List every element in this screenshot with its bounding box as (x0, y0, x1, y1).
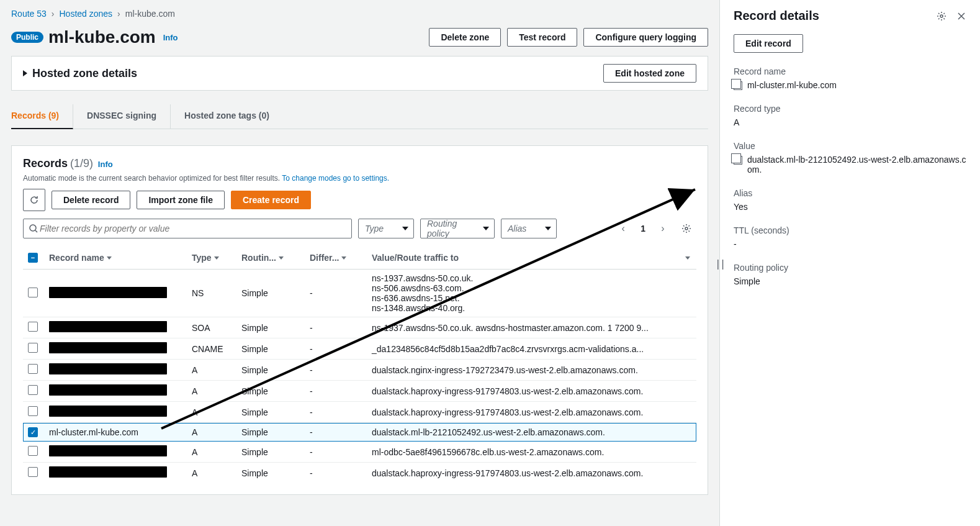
col-type[interactable]: Type (192, 253, 212, 263)
row-checkbox[interactable]: ✓ (28, 427, 38, 437)
alias-value: Yes (734, 202, 748, 212)
record-type-cell: NS (187, 270, 236, 317)
routing-policy-label: Routing policy (734, 263, 966, 273)
row-checkbox[interactable] (28, 364, 38, 374)
chevron-down-icon (402, 227, 408, 230)
table-row[interactable]: ASimple-dualstack.haproxy-ingress-917974… (23, 381, 696, 402)
filter-records-input[interactable] (38, 223, 346, 234)
col-differ[interactable]: Differ... (310, 253, 339, 263)
public-badge: Public (11, 32, 43, 43)
record-value-line: ns-636.awsdns-15.net. (372, 293, 673, 303)
record-diff-cell: - (305, 402, 367, 423)
col-routing[interactable]: Routin... (241, 253, 276, 263)
chevron-right-icon: › (117, 9, 120, 19)
routing-policy-value: Simple (734, 276, 760, 286)
redacted-record-name (49, 321, 167, 332)
record-name-cell: ml-cluster.ml-kube.com (49, 427, 138, 437)
record-value-line: ns-1937.awsdns-50.co.uk. (372, 273, 673, 283)
info-link[interactable]: Info (163, 33, 178, 42)
redacted-record-name (49, 363, 167, 374)
refresh-button[interactable] (23, 189, 45, 211)
record-type-cell: A (187, 381, 236, 402)
breadcrumb-zones[interactable]: Hosted zones (60, 9, 113, 19)
tab-tags[interactable]: Hosted zone tags (0) (184, 104, 283, 129)
row-checkbox[interactable] (28, 343, 38, 353)
record-diff-cell: - (305, 423, 367, 442)
table-row[interactable]: CNAMESimple-_da1234856c84cf5d8b15aa2dfb7… (23, 338, 696, 360)
row-checkbox[interactable] (28, 322, 38, 332)
row-checkbox[interactable] (28, 406, 38, 416)
ttl-value: - (734, 239, 737, 249)
table-row[interactable]: SOASimple-ns-1937.awsdns-50.co.uk. awsdn… (23, 317, 696, 338)
col-record-name[interactable]: Record name (49, 253, 104, 263)
create-record-button[interactable]: Create record (231, 191, 311, 209)
tabs: Records (9) DNSSEC signing Hosted zone t… (11, 104, 708, 129)
type-filter[interactable]: Type (358, 219, 414, 238)
copy-icon[interactable] (734, 81, 742, 90)
records-info-link[interactable]: Info (98, 160, 113, 169)
import-zone-file-button[interactable]: Import zone file (137, 191, 224, 209)
redacted-record-name (49, 342, 167, 353)
configure-logging-button[interactable]: Configure query logging (583, 28, 708, 47)
table-row[interactable]: NSSimple-ns-1937.awsdns-50.co.uk.ns-506.… (23, 270, 696, 317)
gear-icon[interactable] (937, 11, 946, 21)
select-all-checkbox[interactable]: − (28, 253, 38, 263)
col-value[interactable]: Value/Route traffic to (372, 253, 459, 263)
record-routing-cell: Simple (236, 317, 305, 338)
delete-record-button[interactable]: Delete record (52, 191, 130, 209)
row-checkbox[interactable] (28, 385, 38, 395)
record-diff-cell: - (305, 381, 367, 402)
breadcrumb-current: ml-kube.com (125, 9, 175, 19)
copy-icon[interactable] (734, 156, 742, 165)
table-row[interactable]: ASimple-ml-odbc-5ae8f4961596678c.elb.us-… (23, 442, 696, 463)
record-routing-cell: Simple (236, 270, 305, 317)
test-record-button[interactable]: Test record (507, 28, 577, 47)
record-diff-cell: - (305, 442, 367, 463)
filter-records-input-wrap[interactable] (23, 219, 352, 238)
tab-records[interactable]: Records (9) (11, 104, 73, 129)
record-routing-cell: Simple (236, 381, 305, 402)
alias-filter[interactable]: Alias (501, 219, 557, 238)
value-label: Value (734, 141, 966, 151)
hosted-zone-details-toggle[interactable]: Hosted zone details (23, 67, 137, 80)
redacted-record-name (49, 466, 167, 478)
record-value-line: dualstack.ml-lb-2121052492.us-west-2.elb… (372, 427, 673, 437)
record-details-title: Record details (734, 9, 819, 23)
record-value-line: ns-1937.awsdns-50.co.uk. awsdns-hostmast… (372, 323, 673, 333)
resize-handle[interactable]: || (715, 257, 724, 269)
table-row[interactable]: ASimple-dualstack.nginx-ingress-17927234… (23, 360, 696, 381)
record-type-cell: A (187, 442, 236, 463)
record-name-value: ml-cluster.ml-kube.com (747, 80, 837, 90)
ttl-label: TTL (seconds) (734, 225, 966, 235)
breadcrumb: Route 53 › Hosted zones › ml-kube.com (11, 6, 708, 27)
record-routing-cell: Simple (236, 463, 305, 484)
page-number: 1 (637, 224, 649, 234)
chevron-right-icon: › (52, 9, 55, 19)
records-title: Records (23, 157, 68, 170)
row-checkbox[interactable] (28, 288, 38, 297)
records-table: − Record name Type Routin... Differ... V… (23, 246, 696, 483)
record-value-line: dualstack.haproxy-ingress-917974803.us-w… (372, 468, 673, 478)
table-settings-button[interactable] (677, 219, 696, 238)
routing-policy-filter[interactable]: Routing policy (420, 219, 495, 238)
prev-page-button[interactable]: ‹ (616, 223, 631, 234)
chevron-down-icon (483, 227, 489, 230)
delete-zone-button[interactable]: Delete zone (429, 28, 501, 47)
record-type-value: A (734, 117, 739, 127)
record-diff-cell: - (305, 317, 367, 338)
breadcrumb-root[interactable]: Route 53 (11, 9, 47, 19)
close-icon[interactable] (956, 11, 966, 21)
row-checkbox[interactable] (28, 446, 38, 456)
record-diff-cell: - (305, 338, 367, 360)
record-routing-cell: Simple (236, 442, 305, 463)
edit-hosted-zone-button[interactable]: Edit hosted zone (603, 64, 696, 83)
table-row[interactable]: ✓ml-cluster.ml-kube.comASimple-dualstack… (23, 423, 696, 442)
redacted-record-name (49, 384, 167, 396)
row-checkbox[interactable] (28, 467, 38, 477)
edit-record-button[interactable]: Edit record (734, 34, 803, 53)
table-row[interactable]: ASimple-dualstack.haproxy-ingress-917974… (23, 402, 696, 423)
table-row[interactable]: ASimple-dualstack.haproxy-ingress-917974… (23, 463, 696, 484)
change-modes-link[interactable]: To change modes go to settings. (282, 174, 389, 183)
next-page-button[interactable]: › (655, 223, 670, 234)
tab-dnssec[interactable]: DNSSEC signing (87, 104, 171, 129)
